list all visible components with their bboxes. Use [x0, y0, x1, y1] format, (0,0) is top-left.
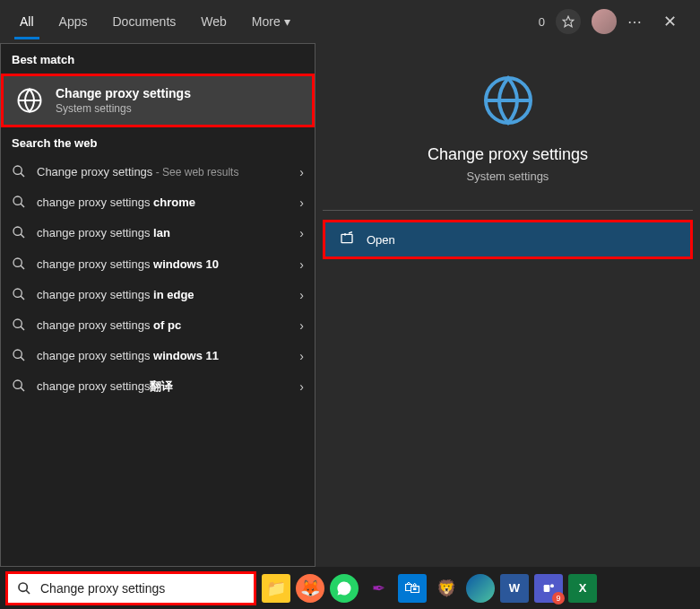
chevron-right-icon: › [299, 318, 304, 333]
web-result-text: change proxy settings lan [37, 225, 292, 241]
results-panel: Best match Change proxy settings System … [0, 43, 315, 567]
open-label: Open [367, 233, 395, 247]
svg-point-11 [19, 583, 27, 591]
detail-panel: Change proxy settings System settings Op… [315, 43, 700, 567]
best-match-result[interactable]: Change proxy settings System settings [1, 74, 315, 127]
web-result[interactable]: change proxy settings lan › [1, 218, 315, 248]
detail-title: Change proxy settings [337, 145, 678, 164]
detail-subtitle: System settings [337, 170, 678, 183]
taskbar-search-box[interactable]: Change proxy settings [5, 571, 256, 605]
tab-web[interactable]: Web [188, 4, 239, 39]
tab-documents[interactable]: Documents [99, 4, 188, 39]
search-tabs-bar: All Apps Documents Web More ▾ 0 ⋯ ✕ [0, 0, 700, 43]
open-action[interactable]: Open [323, 220, 693, 259]
globe-icon [14, 85, 45, 116]
main-content: Best match Change proxy settings System … [0, 43, 700, 567]
svg-point-4 [13, 258, 22, 266]
web-result[interactable]: change proxy settings in edge › [1, 280, 315, 310]
search-icon [12, 257, 28, 273]
web-result-text: change proxy settings in edge [37, 287, 292, 303]
globe-icon [481, 74, 535, 127]
chevron-right-icon: › [299, 226, 304, 240]
word-icon[interactable]: W [500, 574, 529, 603]
web-result[interactable]: change proxy settings windows 10 › [1, 249, 315, 280]
web-result-text: change proxy settings chrome [37, 195, 292, 211]
chevron-right-icon: › [299, 288, 304, 302]
file-explorer-icon[interactable]: 📁 [262, 574, 290, 603]
tab-all[interactable]: All [7, 4, 47, 39]
best-match-header: Best match [1, 44, 315, 74]
top-right-controls: 0 ⋯ ✕ [539, 6, 693, 37]
chevron-right-icon: › [299, 349, 304, 363]
edge-icon[interactable] [466, 574, 495, 603]
search-icon [12, 318, 28, 334]
search-web-header: Search the web [1, 127, 315, 157]
chevron-right-icon: › [299, 165, 304, 179]
svg-point-5 [13, 289, 22, 297]
web-result-text: change proxy settings windows 10 [37, 257, 292, 273]
detail-header: Change proxy settings System settings [319, 47, 696, 201]
web-result[interactable]: change proxy settings翻译 › [1, 371, 315, 402]
search-icon [12, 348, 28, 364]
chevron-down-icon: ▾ [284, 14, 290, 29]
search-icon [12, 195, 28, 211]
teams-icon[interactable]: 9 [534, 574, 563, 603]
web-result-text: change proxy settings windows 11 [37, 348, 292, 364]
svg-point-7 [13, 350, 22, 358]
svg-rect-10 [341, 234, 352, 242]
teams-badge: 9 [552, 592, 565, 605]
web-result[interactable]: change proxy settings of pc › [1, 310, 315, 341]
app-icon[interactable]: ✒ [364, 574, 393, 603]
chevron-right-icon: › [299, 196, 304, 210]
web-result-text: change proxy settings翻译 [37, 378, 292, 395]
svg-point-3 [13, 227, 22, 235]
brave-icon[interactable]: 🦁 [432, 574, 461, 603]
web-result-text: change proxy settings of pc [37, 318, 292, 334]
web-result[interactable]: change proxy settings windows 11 › [1, 341, 315, 371]
svg-point-8 [13, 380, 22, 388]
open-icon [340, 231, 356, 248]
more-options-icon[interactable]: ⋯ [627, 13, 644, 30]
best-match-title: Change proxy settings [56, 86, 191, 100]
rewards-count: 0 [539, 15, 545, 29]
store-icon[interactable]: 🛍 [398, 574, 427, 603]
web-result[interactable]: Change proxy settings - See web results … [1, 157, 315, 187]
search-icon [12, 287, 28, 303]
search-box-value: Change proxy settings [40, 581, 165, 596]
svg-point-13 [550, 584, 554, 587]
firefox-icon[interactable]: 🦊 [296, 574, 324, 603]
svg-rect-12 [544, 585, 550, 592]
rewards-icon[interactable] [556, 9, 581, 34]
search-icon [12, 164, 28, 180]
web-result-text: Change proxy settings - See web results [37, 164, 292, 180]
best-match-subtitle: System settings [56, 102, 191, 115]
close-icon[interactable]: ✕ [654, 6, 686, 37]
excel-icon[interactable]: X [568, 574, 597, 603]
chevron-right-icon: › [299, 379, 304, 394]
tab-more[interactable]: More ▾ [239, 4, 303, 39]
svg-point-1 [13, 166, 22, 174]
chevron-right-icon: › [299, 257, 304, 272]
taskbar: Change proxy settings 📁 🦊 ✒ 🛍 🦁 W 9 X [0, 567, 700, 609]
svg-point-6 [13, 319, 22, 327]
divider [323, 210, 693, 211]
search-icon [17, 581, 31, 596]
web-result[interactable]: change proxy settings chrome › [1, 187, 315, 218]
tabs: All Apps Documents Web More ▾ [7, 4, 303, 39]
whatsapp-icon[interactable] [330, 574, 359, 603]
tab-apps[interactable]: Apps [47, 4, 100, 39]
search-icon [12, 378, 28, 395]
svg-point-2 [13, 196, 22, 204]
account-avatar[interactable] [592, 9, 617, 34]
search-icon [12, 225, 28, 241]
